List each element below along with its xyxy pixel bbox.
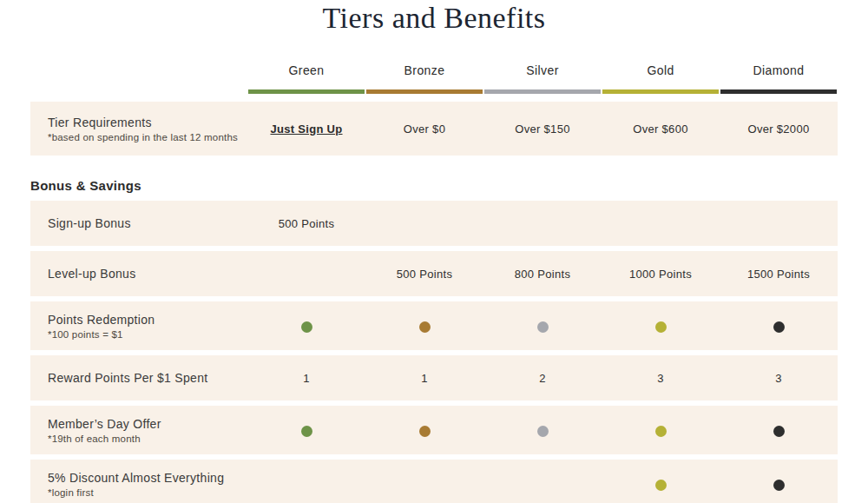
benefit-included-dot	[419, 426, 431, 437]
tier-header-row: GreenBronzeSilverGoldDiamond	[30, 63, 838, 94]
tier-name-label: Gold	[602, 63, 720, 77]
row-label-cell: Tier Requirements*based on spending in t…	[30, 116, 247, 142]
tier-cell-gold: 3	[602, 372, 720, 385]
benefit-included-dot	[301, 321, 312, 333]
cell-value: Over $600	[633, 122, 687, 136]
tier-cell-silver	[483, 423, 602, 436]
benefit-included-dot	[773, 426, 785, 437]
cell-value: Over $2000	[748, 122, 810, 136]
tiers-table-body: Tier Requirements*based on spending in t…	[30, 102, 838, 503]
row-label: Tier Requirements	[48, 116, 247, 129]
tier-cell-gold	[602, 319, 720, 332]
tiers-and-benefits-page: Tiers and Benefits GreenBronzeSilverGold…	[0, 0, 868, 503]
page-title: Tiers and Benefits	[0, 0, 868, 36]
cell-value: 500 Points	[279, 217, 334, 230]
tier-cell-diamond	[720, 319, 838, 332]
benefit-included-dot	[537, 426, 549, 437]
row-label: 5% Discount Almost Everything	[48, 471, 247, 485]
cell-value: 500 Points	[397, 268, 452, 281]
header-label-spacer	[30, 63, 247, 94]
table-row: Tier Requirements*based on spending in t…	[30, 102, 838, 156]
row-sublabel: *based on spending in the last 12 months	[48, 132, 247, 142]
tier-cell-diamond	[720, 423, 838, 436]
row-label-cell: Points Redemption*100 points = $1	[30, 313, 247, 340]
tier-cell-diamond: 3	[720, 372, 838, 385]
cell-value: 1500 Points	[747, 268, 810, 281]
cell-value: Over $150	[515, 122, 569, 136]
row-label: Reward Points Per $1 Spent	[48, 371, 247, 385]
row-sublabel: *login first	[48, 487, 247, 498]
tier-cell-green	[247, 319, 365, 332]
tier-cell-silver: 800 Points	[483, 268, 602, 281]
tier-cell-gold: Over $600	[602, 122, 720, 136]
row-label: Member’s Day Offer	[48, 417, 247, 431]
row-label: Sign-up Bonus	[48, 216, 247, 230]
tier-cell-bronze: 1	[365, 372, 483, 385]
row-label: Level-up Bonus	[48, 267, 247, 281]
row-label-cell: Reward Points Per $1 Spent	[30, 371, 247, 385]
tier-cell-gold: 1000 Points	[602, 268, 720, 281]
cell-value: 3	[775, 372, 782, 385]
tier-cell-silver: Over $150	[483, 122, 602, 136]
tier-name-label: Silver	[483, 63, 602, 77]
table-row: 5% Discount Almost Everything*login firs…	[30, 460, 838, 503]
row-sublabel: *100 points = $1	[48, 329, 247, 340]
cell-value: 1	[303, 372, 310, 385]
tier-cell-diamond: 1500 Points	[720, 268, 838, 281]
benefit-included-dot	[537, 321, 549, 333]
tier-color-bar	[248, 89, 365, 94]
tier-cell-green: 500 Points	[247, 217, 365, 230]
row-label: Points Redemption	[48, 313, 247, 327]
tier-cell-gold	[602, 477, 720, 490]
benefit-included-dot	[301, 426, 312, 437]
tier-cell-green	[247, 423, 365, 436]
row-label-cell: 5% Discount Almost Everything*login firs…	[30, 471, 247, 498]
tier-cell-bronze: 500 Points	[365, 268, 483, 281]
just-sign-up-link[interactable]: Just Sign Up	[270, 122, 342, 136]
tier-column-header-silver: Silver	[483, 63, 602, 94]
row-sublabel: *19th of each month	[48, 434, 247, 444]
tier-cell-green: Just Sign Up	[247, 122, 365, 136]
benefit-included-dot	[773, 321, 785, 333]
tier-cell-gold	[602, 423, 720, 436]
tier-cell-bronze	[365, 319, 483, 332]
tier-column-header-diamond: Diamond	[720, 63, 838, 94]
tier-color-bar	[602, 89, 719, 94]
tier-cell-bronze	[365, 423, 483, 436]
tier-column-header-bronze: Bronze	[365, 63, 483, 94]
tier-cell-bronze: Over $0	[365, 122, 483, 136]
row-label-cell: Level-up Bonus	[30, 267, 247, 281]
tier-column-header-green: Green	[247, 63, 365, 94]
table-row: Sign-up Bonus500 Points	[30, 201, 838, 246]
cell-value: 1	[421, 372, 428, 385]
table-row: Member’s Day Offer*19th of each month	[30, 406, 838, 454]
tier-name-label: Bronze	[365, 63, 483, 77]
benefit-included-dot	[655, 321, 667, 333]
tier-color-bar	[484, 89, 601, 94]
benefit-included-dot	[419, 321, 431, 333]
cell-value: 3	[657, 372, 664, 385]
table-row: Points Redemption*100 points = $1	[30, 301, 838, 350]
tier-color-bar	[720, 89, 837, 94]
table-row: Reward Points Per $1 Spent11233	[30, 355, 838, 400]
section-heading: Bonus & Savings	[30, 178, 838, 193]
benefit-included-dot	[655, 426, 667, 437]
tier-column-header-gold: Gold	[602, 63, 720, 94]
benefit-included-dot	[655, 480, 667, 491]
cell-value: 2	[539, 372, 546, 385]
tier-name-label: Green	[247, 63, 365, 77]
cell-value: 1000 Points	[629, 268, 692, 281]
row-label-cell: Member’s Day Offer*19th of each month	[30, 417, 247, 444]
tiers-table: GreenBronzeSilverGoldDiamond Tier Requir…	[30, 63, 838, 503]
tier-cell-silver: 2	[483, 372, 602, 385]
tier-name-label: Diamond	[720, 63, 838, 77]
tier-cell-silver	[483, 319, 602, 332]
benefit-included-dot	[773, 480, 785, 491]
table-row: Level-up Bonus500 Points800 Points1000 P…	[30, 251, 838, 296]
tier-cell-green: 1	[247, 372, 365, 385]
tier-cell-diamond	[720, 477, 838, 490]
cell-value: Over $0	[404, 122, 445, 136]
tier-color-bar	[366, 89, 483, 94]
tier-cell-diamond: Over $2000	[720, 122, 838, 136]
row-label-cell: Sign-up Bonus	[30, 216, 247, 230]
